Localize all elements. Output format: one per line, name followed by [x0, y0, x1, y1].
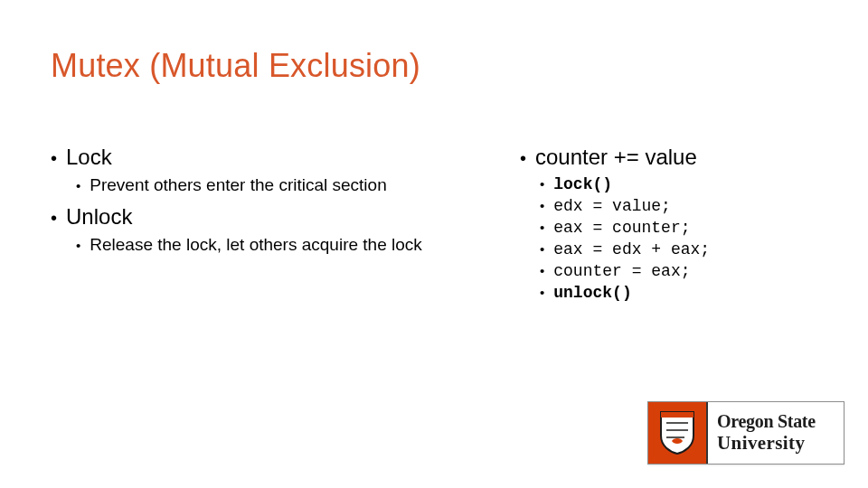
osu-shield-icon	[648, 402, 708, 464]
osu-logo-text: Oregon State University	[708, 402, 844, 464]
code-unlock: unlock()	[553, 284, 631, 302]
code-counter: counter = eax;	[553, 262, 690, 280]
bullet-counter: • counter += value	[520, 145, 845, 170]
subbullet-lock-text: Prevent others enter the critical sectio…	[90, 175, 386, 195]
bullet-dot-icon: •	[76, 177, 80, 194]
slide-title: Mutex (Mutual Exclusion)	[51, 47, 420, 85]
bullet-counter-text: counter += value	[535, 145, 697, 170]
code-eax2: eax = edx + eax;	[553, 240, 710, 258]
code-line: • unlock()	[540, 284, 845, 302]
bullet-dot-icon: •	[51, 207, 57, 229]
left-column: • Lock • Prevent others enter the critic…	[51, 145, 503, 264]
bullet-unlock-text: Unlock	[66, 204, 132, 230]
code-line: • lock()	[540, 175, 845, 193]
code-eax1: eax = counter;	[553, 219, 690, 237]
bullet-dot-icon: •	[520, 147, 526, 169]
subbullet-lock: • Prevent others enter the critical sect…	[76, 175, 503, 195]
bullet-dot-icon: •	[51, 147, 57, 169]
right-column: • counter += value • lock() • edx = valu…	[520, 145, 845, 305]
code-line: • edx = value;	[540, 197, 845, 215]
code-line: • counter = eax;	[540, 262, 845, 280]
bullet-lock-text: Lock	[66, 145, 112, 170]
bullet-dot-icon: •	[540, 197, 544, 214]
bullet-dot-icon: •	[540, 219, 544, 236]
code-line: • eax = edx + eax;	[540, 240, 845, 258]
bullet-dot-icon: •	[540, 284, 544, 301]
bullet-dot-icon: •	[540, 240, 544, 258]
osu-logo-line2: University	[717, 433, 844, 453]
osu-logo: Oregon State University	[647, 401, 844, 465]
code-lock: lock()	[553, 175, 612, 193]
code-edx: edx = value;	[553, 197, 671, 215]
bullet-unlock: • Unlock	[51, 204, 503, 230]
bullet-dot-icon: •	[76, 237, 80, 254]
bullet-lock: • Lock	[51, 145, 503, 170]
subbullet-unlock: • Release the lock, let others acquire t…	[76, 235, 503, 255]
code-line: • eax = counter;	[540, 219, 845, 237]
subbullet-unlock-text: Release the lock, let others acquire the…	[90, 235, 422, 255]
bullet-dot-icon: •	[540, 175, 544, 192]
bullet-dot-icon: •	[540, 262, 544, 279]
osu-logo-line1: Oregon State	[717, 412, 844, 431]
